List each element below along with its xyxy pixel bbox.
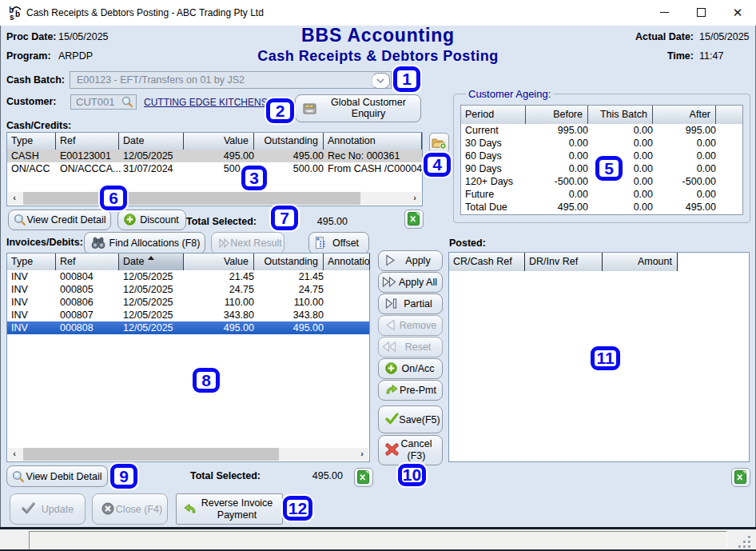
column-header-ref[interactable]: Ref — [56, 254, 119, 270]
column-header-value[interactable]: Value — [184, 254, 254, 270]
status-bar-field — [29, 531, 727, 549]
cash-credits-hscrollbar[interactable]: ‹ › — [8, 192, 421, 205]
ageing-row-total: Total Due 495.00 0.00 495.00 — [461, 201, 742, 214]
scroll-thumb[interactable] — [23, 192, 360, 205]
invoices-hscrollbar[interactable]: ‹ › — [8, 448, 368, 461]
partial-label: Partial — [379, 294, 441, 313]
export-debit-excel-button[interactable] — [354, 468, 373, 487]
cell-this-batch: 0.00 — [588, 188, 658, 201]
partial-button[interactable]: Partial — [378, 293, 443, 314]
cell-before: 495.00 — [526, 201, 593, 214]
save-button[interactable]: Save(F5) — [378, 405, 443, 433]
on-acc-button[interactable]: On/Acc — [378, 358, 443, 379]
column-header-annotation[interactable]: Annotation — [324, 133, 422, 150]
column-header-dr-inv-ref[interactable]: DR/Inv Ref — [525, 253, 603, 271]
cell-date: 12/05/2025 — [119, 309, 188, 321]
time-value: 11:47 — [699, 50, 723, 62]
scroll-right-icon[interactable]: › — [408, 192, 421, 205]
cash-batch-combobox[interactable]: E00123 - EFT/Transfers on 01 by JS2 — [70, 71, 392, 89]
column-header-after[interactable]: After — [653, 106, 716, 124]
cell-type: INV — [7, 296, 60, 309]
column-header-this-batch[interactable]: This Batch — [588, 106, 653, 124]
remove-label: Remove — [379, 316, 441, 335]
column-header-amount[interactable]: Amount — [603, 253, 678, 271]
customer-label: Customer: — [6, 95, 57, 108]
column-header-type[interactable]: Type — [7, 254, 56, 270]
column-header-ref[interactable]: Ref — [56, 133, 119, 150]
cell-period: 90 Days — [461, 162, 530, 175]
cell-outstanding: 110.00 — [254, 296, 328, 309]
view-credit-detail-button[interactable]: View Credit Detail — [8, 210, 111, 230]
pre-pmt-button[interactable]: Pre-Pmt — [378, 380, 443, 401]
column-header-outstanding[interactable]: Outstanding — [254, 254, 324, 270]
column-header-before[interactable]: Before — [526, 106, 588, 124]
apply-button[interactable]: Apply — [378, 250, 443, 271]
export-credit-excel-button[interactable] — [404, 210, 424, 229]
offset-button[interactable]: Offset — [308, 232, 369, 254]
resize-grip[interactable] — [735, 536, 754, 550]
global-customer-enquiry-button[interactable]: Global Customer Enquiry — [295, 94, 421, 122]
invoice-row[interactable]: INV 000804 12/05/2025 21.45 21.45 — [7, 270, 369, 283]
invoice-row[interactable]: INV 000807 12/05/2025 343.80 343.80 — [7, 309, 369, 321]
find-allocations-button[interactable]: Find Allocations (F8) — [84, 232, 205, 254]
discount-button[interactable]: Discount — [117, 210, 186, 230]
column-header-filler — [716, 106, 742, 124]
posted-header: CR/Cash Ref DR/Inv Ref Amount — [449, 253, 749, 270]
excel-icon — [734, 470, 746, 484]
remove-button[interactable]: Remove — [378, 315, 443, 336]
apply-all-button[interactable]: Apply All — [378, 272, 443, 293]
invoices-debits-table: Type Ref Date Value Outstanding Annotati… — [6, 253, 370, 462]
actual-date-label: Actual Date: — [591, 30, 694, 43]
view-debit-detail-button[interactable]: View Debit Detail — [6, 465, 108, 487]
cell-date: 31/07/2024 — [119, 162, 188, 175]
invoice-row-selected[interactable]: INV 000808 12/05/2025 495.00 495.00 — [7, 321, 369, 334]
customer-name-link[interactable]: CUTTING EDGE KITCHENS — [144, 96, 268, 109]
close-button[interactable]: ✕ — [719, 0, 756, 25]
cancel-f3-button[interactable]: Cancel (F3) — [378, 435, 443, 465]
cell-outstanding: 495.00 — [254, 150, 328, 162]
column-header-type[interactable]: Type — [7, 133, 56, 150]
next-result-button[interactable]: Next Result — [211, 232, 284, 254]
customer-search-icon[interactable] — [121, 96, 133, 108]
export-posted-excel-button[interactable] — [731, 468, 750, 487]
ageing-row: Current 995.00 0.00 995.00 — [461, 124, 742, 137]
column-header-date[interactable]: Date — [119, 133, 184, 150]
column-header-outstanding[interactable]: Outstanding — [254, 133, 324, 150]
discount-label: Discount — [118, 210, 185, 230]
update-button[interactable]: Update — [10, 493, 86, 525]
open-batch-button[interactable] — [429, 133, 449, 154]
cell-ref: E00123001 — [56, 150, 123, 162]
invoice-row[interactable]: INV 000805 12/05/2025 24.75 24.75 — [7, 283, 369, 296]
cell-ref: ON/ACCCA... — [56, 162, 123, 175]
window-title: Cash Receipts & Debtors Posting - ABC Tr… — [26, 6, 264, 19]
customer-code-field[interactable]: CUT001 — [70, 94, 137, 110]
scroll-right-icon[interactable]: › — [356, 448, 368, 461]
title-bar: b b s Cash Receipts & Debtors Posting - … — [0, 0, 756, 26]
cash-batch-dropdown-button[interactable] — [372, 73, 390, 89]
cell-value: 110.00 — [184, 296, 259, 309]
reset-button[interactable]: Reset — [378, 337, 443, 357]
cell-before: 0.00 — [526, 188, 593, 201]
column-header-period[interactable]: Period — [461, 106, 526, 124]
card-file-icon — [303, 102, 316, 114]
scroll-left-icon[interactable]: ‹ — [8, 192, 21, 205]
maximize-icon — [697, 8, 706, 17]
column-header-cr-cash-ref[interactable]: CR/Cash Ref — [449, 253, 525, 271]
cell-after: 0.00 — [653, 162, 721, 175]
invoice-row[interactable]: INV 000806 12/05/2025 110.00 110.00 — [7, 296, 369, 309]
cell-period: 30 Days — [461, 137, 530, 150]
maximize-button[interactable] — [682, 0, 719, 25]
scroll-thumb[interactable] — [23, 448, 279, 461]
minimize-button[interactable] — [646, 0, 682, 25]
reset-label: Reset — [379, 337, 441, 357]
column-header-value[interactable]: Value — [184, 133, 254, 150]
column-header-annotation[interactable]: Annotation — [324, 254, 370, 270]
reverse-invoice-payment-button[interactable]: Reverse Invoice Payment — [176, 493, 283, 525]
cash-credit-row-selected[interactable]: CASH E00123001 12/05/2025 495.00 495.00 … — [7, 150, 422, 162]
close-f4-button[interactable]: Close (F4) — [92, 493, 168, 525]
cash-credits-label: Cash/Credits: — [6, 119, 71, 132]
cash-batch-label: Cash Batch: — [6, 74, 65, 86]
scroll-left-icon[interactable]: ‹ — [8, 448, 21, 461]
cell-annotation: Rec No: 000361 — [324, 150, 426, 162]
cash-credit-row[interactable]: ON/ACC ON/ACCCA... 31/07/2024 500.00 500… — [7, 162, 422, 175]
